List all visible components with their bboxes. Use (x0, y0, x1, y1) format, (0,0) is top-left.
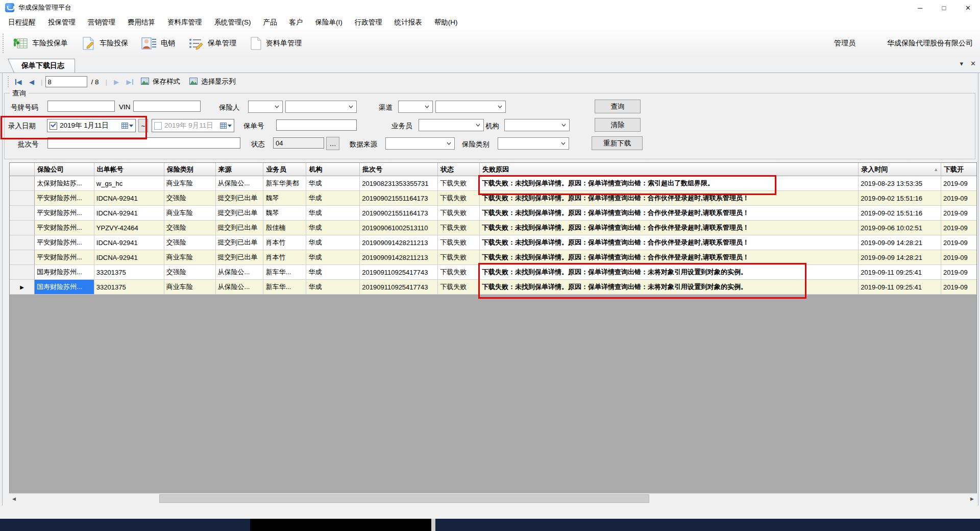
menu-item-fees[interactable]: 费用结算 (121, 18, 161, 27)
header-download-start[interactable]: 下载开 (941, 163, 976, 176)
entry-date-to-picker[interactable]: 2019年 9月11日 (152, 119, 234, 132)
table-row[interactable]: 太保财险姑苏... w_gs_hc 商业车险 从保险公... 新车华美都 华成 … (10, 176, 976, 191)
cell-status[interactable]: 下载失败 (438, 221, 480, 235)
tab-policy-download-log[interactable]: 保单下载日志 (15, 59, 75, 73)
cell-agent[interactable]: 魏琴 (263, 206, 306, 221)
cell-agent[interactable]: 新车华美都 (263, 176, 306, 191)
cell-category[interactable]: 商业车险 (164, 176, 216, 191)
cell-source[interactable]: 提交到已出单 (216, 206, 264, 221)
save-style-button[interactable]: 保存样式 (136, 76, 185, 88)
cell-account[interactable]: YPZVY-42464 (94, 221, 164, 235)
cell-batch[interactable]: 201908231353355731 (360, 176, 438, 191)
status-more-button[interactable]: … (326, 137, 339, 150)
cell-source[interactable]: 提交到已出单 (216, 235, 264, 250)
header-reason[interactable]: 失败原因 (480, 163, 859, 176)
prev-page-button[interactable]: ◀ (25, 76, 38, 88)
calendar-icon[interactable] (220, 123, 232, 129)
cell-entry-time[interactable]: 2019-09-02 15:51:16 (859, 206, 941, 221)
cell-failure-reason[interactable]: 下载失败：未找到保单详情。原因：保单详情查询出错：索引超出了数组界限。 (480, 176, 859, 191)
header-company[interactable]: 保险公司 (35, 163, 94, 176)
cell-category[interactable]: 交强险 (164, 221, 216, 235)
cell-download-start[interactable]: 2019-09 (941, 265, 976, 280)
cell-org[interactable]: 华成 (306, 191, 360, 206)
cell-org[interactable]: 华成 (306, 265, 360, 280)
tab-close-icon[interactable]: ✕ (970, 60, 976, 67)
policy-number-input[interactable] (276, 119, 357, 131)
cell-failure-reason[interactable]: 下载失败：未找到保单详情。原因：保单详情查询出错：合作伙伴登录超时,请联系管理员… (480, 221, 859, 235)
cell-org[interactable]: 华成 (306, 280, 360, 295)
row-marker[interactable] (10, 176, 35, 191)
menu-item-insure[interactable]: 投保管理 (42, 18, 82, 27)
cell-agent[interactable]: 殷佳楠 (263, 221, 306, 235)
header-entry-time[interactable]: 录入时间 ▲ (859, 163, 941, 176)
cell-agent[interactable]: 肖本竹 (263, 250, 306, 265)
cell-category[interactable]: 商业车险 (164, 206, 216, 221)
cell-source[interactable]: 提交到已出单 (216, 250, 264, 265)
cell-company[interactable]: 平安财险苏州... (35, 235, 94, 250)
cell-failure-reason[interactable]: 下载失败：未找到保单详情。原因：保单详情查询出错：合作伙伴登录超时,请联系管理员… (480, 191, 859, 206)
calendar-icon[interactable] (121, 123, 133, 129)
cell-status[interactable]: 下载失败 (438, 265, 480, 280)
header-row-selector[interactable] (10, 163, 35, 176)
cell-batch[interactable]: 201909021551164173 (360, 191, 438, 206)
menu-item-library[interactable]: 资料库管理 (161, 18, 208, 27)
status-input[interactable] (273, 137, 324, 149)
select-columns-button[interactable]: 选择显示列 (185, 76, 240, 88)
cell-org[interactable]: 华成 (306, 206, 360, 221)
cell-download-start[interactable]: 2019-09 (941, 235, 976, 250)
cell-org[interactable]: 华成 (306, 176, 360, 191)
toolbar-document-manage-button[interactable]: 资料单管理 (243, 32, 308, 55)
page-number-input[interactable] (45, 76, 87, 87)
row-marker[interactable] (10, 191, 35, 206)
vin-input[interactable] (133, 101, 201, 112)
cell-entry-time[interactable]: 2019-09-09 14:28:21 (859, 235, 941, 250)
cell-failure-reason[interactable]: 下载失败：未找到保单详情。原因：保单详情查询出错：未将对象引用设置到对象的实例。 (480, 265, 859, 280)
cell-source[interactable]: 提交到已出单 (216, 191, 264, 206)
table-row[interactable]: 平安财险苏州... IDCNA-92941 商业车险 提交到已出单 肖本竹 华成… (10, 250, 976, 265)
next-page-button[interactable]: ▶ (110, 76, 123, 88)
table-row[interactable]: 平安财险苏州... IDCNA-92941 商业车险 提交到已出单 魏琴 华成 … (10, 206, 976, 221)
cell-entry-time[interactable]: 2019-09-06 10:02:51 (859, 221, 941, 235)
menu-item-policy[interactable]: 保险单(I) (309, 18, 349, 27)
menu-item-admin[interactable]: 行政管理 (349, 18, 388, 27)
cell-agent[interactable]: 肖本竹 (263, 235, 306, 250)
cell-category[interactable]: 交强险 (164, 265, 216, 280)
header-batch[interactable]: 批次号 (360, 163, 438, 176)
channel-select-1[interactable] (398, 101, 433, 113)
insurer-select-1[interactable] (248, 101, 283, 113)
header-status[interactable]: 状态 (438, 163, 480, 176)
cell-org[interactable]: 华成 (306, 235, 360, 250)
row-marker[interactable] (10, 250, 35, 265)
cell-failure-reason[interactable]: 下载失败：未找到保单详情。原因：保单详情查询出错：合作伙伴登录超时,请联系管理员… (480, 235, 859, 250)
cell-agent[interactable]: 新车华... (263, 265, 306, 280)
cell-agent[interactable]: 新车华... (263, 280, 306, 295)
horizontal-scrollbar[interactable]: ◀ ▶ (9, 493, 977, 503)
table-row[interactable]: ▶ 国寿财险苏州... 33201375 商业车险 从保险公... 新车华...… (10, 280, 976, 295)
cell-account[interactable]: 33201375 (94, 265, 164, 280)
cell-source[interactable]: 从保险公... (216, 265, 264, 280)
cell-company[interactable]: 平安财险苏州... (35, 206, 94, 221)
insurer-select-2[interactable] (285, 101, 357, 113)
last-page-button[interactable]: ▶ (123, 76, 136, 88)
row-marker[interactable]: ▶ (10, 280, 35, 295)
cell-source[interactable]: 从保险公... (216, 280, 264, 295)
cell-company[interactable]: 平安财险苏州... (35, 250, 94, 265)
menu-item-schedule[interactable]: 日程提醒 (2, 18, 42, 27)
cell-entry-time[interactable]: 2019-09-11 09:25:41 (859, 265, 941, 280)
cell-agent[interactable]: 魏琴 (263, 191, 306, 206)
cell-status[interactable]: 下载失败 (438, 206, 480, 221)
menu-item-reports[interactable]: 统计报表 (388, 18, 428, 27)
cell-download-start[interactable]: 2019-09 (941, 176, 976, 191)
scrollbar-thumb[interactable] (159, 494, 649, 503)
cell-account[interactable]: IDCNA-92941 (94, 250, 164, 265)
toolbar-car-insure-button[interactable]: 车险投保 (75, 32, 135, 55)
cell-account[interactable]: 33201375 (94, 280, 164, 295)
cell-entry-time[interactable]: 2019-09-09 14:28:21 (859, 250, 941, 265)
cell-company[interactable]: 国寿财险苏州... (35, 280, 94, 295)
cell-org[interactable]: 华成 (306, 221, 360, 235)
channel-select-2[interactable] (435, 101, 506, 113)
clear-button[interactable]: 清除 (595, 118, 641, 132)
scroll-left-icon[interactable]: ◀ (9, 494, 19, 503)
toolbar-car-policy-form-button[interactable]: 车险投保单 (6, 32, 75, 55)
data-source-select[interactable] (385, 137, 455, 150)
